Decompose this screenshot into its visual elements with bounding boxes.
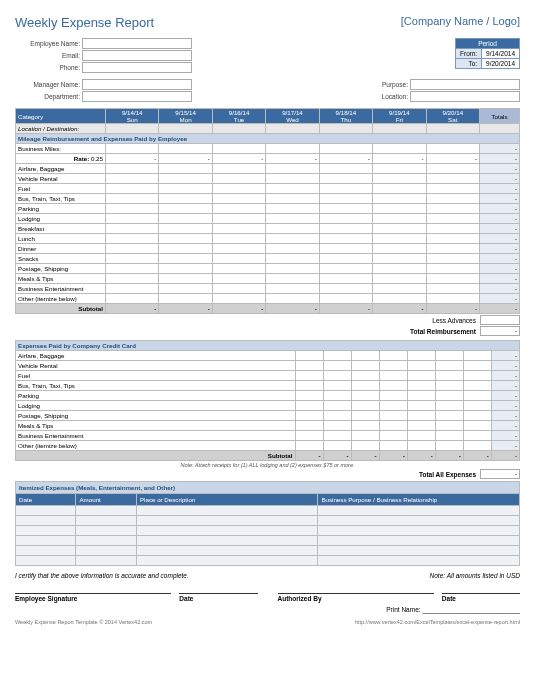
cell[interactable] [266, 124, 319, 134]
cell[interactable] [426, 164, 479, 174]
email-input[interactable] [82, 50, 192, 61]
cell[interactable] [106, 144, 159, 154]
cell[interactable] [407, 381, 435, 391]
cell[interactable] [159, 144, 212, 154]
cell[interactable] [319, 124, 372, 134]
cell[interactable] [463, 441, 491, 451]
location-input[interactable] [410, 91, 520, 102]
cell[interactable] [212, 274, 265, 284]
department-input[interactable] [82, 91, 192, 102]
cell[interactable] [351, 391, 379, 401]
cell[interactable] [463, 371, 491, 381]
item-cell[interactable] [16, 516, 76, 526]
cell[interactable] [435, 391, 463, 401]
purpose-input[interactable] [410, 79, 520, 90]
cell[interactable] [159, 264, 212, 274]
cell[interactable] [373, 294, 426, 304]
cell[interactable] [159, 204, 212, 214]
cell[interactable] [159, 124, 212, 134]
item-cell[interactable] [136, 536, 317, 546]
cell[interactable] [295, 411, 323, 421]
cell[interactable] [435, 421, 463, 431]
item-cell[interactable] [136, 546, 317, 556]
cell[interactable] [426, 224, 479, 234]
cell[interactable] [106, 234, 159, 244]
item-cell[interactable] [136, 506, 317, 516]
cell[interactable] [319, 264, 372, 274]
cell[interactable] [351, 431, 379, 441]
cell[interactable] [159, 194, 212, 204]
cell[interactable] [379, 371, 407, 381]
cell[interactable] [159, 284, 212, 294]
cell[interactable] [106, 224, 159, 234]
cell[interactable] [295, 351, 323, 361]
cell[interactable] [426, 244, 479, 254]
item-cell[interactable] [16, 526, 76, 536]
cell[interactable] [319, 234, 372, 244]
cell[interactable] [295, 401, 323, 411]
cell[interactable] [379, 401, 407, 411]
cell[interactable] [295, 391, 323, 401]
cell[interactable] [426, 184, 479, 194]
cell[interactable] [295, 441, 323, 451]
cell[interactable] [106, 174, 159, 184]
cell[interactable] [373, 224, 426, 234]
item-cell[interactable] [136, 516, 317, 526]
cell[interactable] [106, 124, 159, 134]
cell[interactable] [426, 174, 479, 184]
cell[interactable] [426, 214, 479, 224]
cell[interactable] [426, 294, 479, 304]
cell[interactable] [407, 431, 435, 441]
cell[interactable] [435, 411, 463, 421]
cell[interactable] [295, 361, 323, 371]
cell[interactable] [212, 214, 265, 224]
cell[interactable] [319, 184, 372, 194]
cell[interactable] [319, 164, 372, 174]
cell[interactable] [351, 401, 379, 411]
cell[interactable] [212, 244, 265, 254]
cell[interactable] [212, 234, 265, 244]
cell[interactable] [435, 401, 463, 411]
item-cell[interactable] [318, 536, 520, 546]
cell[interactable] [407, 411, 435, 421]
cell[interactable] [295, 421, 323, 431]
item-cell[interactable] [76, 546, 136, 556]
cell[interactable] [319, 194, 372, 204]
cell[interactable] [266, 244, 319, 254]
cell[interactable] [212, 254, 265, 264]
cell[interactable] [426, 264, 479, 274]
cell[interactable] [159, 254, 212, 264]
cell[interactable] [463, 391, 491, 401]
cell[interactable] [435, 441, 463, 451]
cell[interactable] [407, 441, 435, 451]
cell[interactable] [319, 214, 372, 224]
cell[interactable] [373, 174, 426, 184]
cell[interactable] [426, 144, 479, 154]
cell[interactable] [407, 401, 435, 411]
cell[interactable] [463, 431, 491, 441]
cell[interactable] [351, 381, 379, 391]
cell[interactable] [266, 274, 319, 284]
cell[interactable] [373, 214, 426, 224]
cell[interactable] [159, 184, 212, 194]
item-cell[interactable] [76, 526, 136, 536]
cell[interactable] [106, 254, 159, 264]
cell[interactable] [379, 361, 407, 371]
cell[interactable] [373, 234, 426, 244]
cell[interactable] [435, 351, 463, 361]
cell[interactable] [379, 381, 407, 391]
cell[interactable] [373, 264, 426, 274]
cell[interactable] [426, 204, 479, 214]
cell[interactable] [426, 284, 479, 294]
cell[interactable] [212, 164, 265, 174]
cell[interactable] [212, 294, 265, 304]
item-cell[interactable] [16, 556, 76, 566]
cell[interactable] [106, 204, 159, 214]
cell[interactable] [323, 421, 351, 431]
cell[interactable] [323, 411, 351, 421]
cell[interactable] [266, 214, 319, 224]
cell[interactable] [159, 274, 212, 284]
cell[interactable] [426, 254, 479, 264]
cell[interactable] [159, 214, 212, 224]
cell[interactable] [407, 371, 435, 381]
